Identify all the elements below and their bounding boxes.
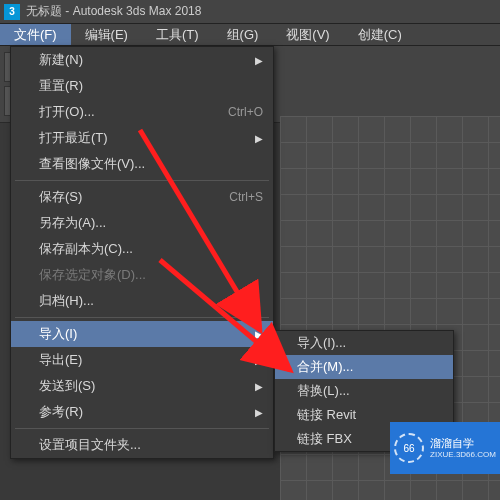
menu-item-label: 导出(E) [39,351,82,369]
menu-item-label: 打开(O)... [39,103,95,121]
chevron-right-icon: ▶ [255,355,263,366]
menu-edit[interactable]: 编辑(E) [71,24,142,45]
menu-item-label: 合并(M)... [297,358,353,376]
menu-item-label: 链接 Revit [297,406,356,424]
menu-item-reference[interactable]: 参考(R)▶ [11,399,273,425]
app-icon: 3 [4,4,20,20]
window-title: 无标题 - Autodesk 3ds Max 2018 [26,3,201,20]
menu-item-label: 链接 FBX [297,430,352,448]
shortcut-text: Ctrl+S [229,190,263,204]
submenu-item-import[interactable]: 导入(I)... [275,331,453,355]
menu-item-save-selected: 保存选定对象(D)... [11,262,273,288]
menu-group[interactable]: 组(G) [213,24,273,45]
submenu-item-replace[interactable]: 替换(L)... [275,379,453,403]
menu-item-label: 导入(I) [39,325,77,343]
menu-file[interactable]: 文件(F) [0,24,71,45]
menu-item-project-folder[interactable]: 设置项目文件夹... [11,432,273,458]
menu-item-label: 保存(S) [39,188,82,206]
menu-item-save-as[interactable]: 另存为(A)... [11,210,273,236]
menu-item-label: 参考(R) [39,403,83,421]
menu-item-export[interactable]: 导出(E)▶ [11,347,273,373]
watermark-url: ZIXUE.3D66.COM [430,450,496,460]
watermark: 66 溜溜自学 ZIXUE.3D66.COM [390,422,500,474]
menu-item-archive[interactable]: 归档(H)... [11,288,273,314]
title-bar: 3 无标题 - Autodesk 3ds Max 2018 [0,0,500,24]
menu-tools[interactable]: 工具(T) [142,24,213,45]
file-menu-dropdown: 新建(N)▶ 重置(R) 打开(O)...Ctrl+O 打开最近(T)▶ 查看图… [10,46,274,459]
menu-create[interactable]: 创建(C) [344,24,416,45]
menu-item-label: 新建(N) [39,51,83,69]
menu-item-reset[interactable]: 重置(R) [11,73,273,99]
menu-item-label: 查看图像文件(V)... [39,155,145,173]
menu-item-save[interactable]: 保存(S)Ctrl+S [11,184,273,210]
chevron-right-icon: ▶ [255,329,263,340]
menu-separator [15,317,269,318]
menu-item-label: 重置(R) [39,77,83,95]
menu-item-view-image[interactable]: 查看图像文件(V)... [11,151,273,177]
menu-item-label: 打开最近(T) [39,129,108,147]
menu-view[interactable]: 视图(V) [272,24,343,45]
menu-item-open-recent[interactable]: 打开最近(T)▶ [11,125,273,151]
menu-separator [15,180,269,181]
chevron-right-icon: ▶ [255,407,263,418]
menu-item-save-copy[interactable]: 保存副本为(C)... [11,236,273,262]
shortcut-text: Ctrl+O [228,105,263,119]
menu-item-label: 发送到(S) [39,377,95,395]
submenu-item-merge[interactable]: 合并(M)... [275,355,453,379]
menu-item-label: 导入(I)... [297,334,346,352]
menu-bar: 文件(F) 编辑(E) 工具(T) 组(G) 视图(V) 创建(C) [0,24,500,46]
chevron-right-icon: ▶ [255,133,263,144]
watermark-logo-icon: 66 [394,433,424,463]
menu-item-label: 替换(L)... [297,382,350,400]
menu-separator [15,428,269,429]
menu-item-new[interactable]: 新建(N)▶ [11,47,273,73]
menu-item-import[interactable]: 导入(I)▶ [11,321,273,347]
watermark-text: 溜溜自学 ZIXUE.3D66.COM [430,437,496,460]
menu-item-label: 另存为(A)... [39,214,106,232]
menu-item-label: 保存副本为(C)... [39,240,133,258]
menu-item-label: 设置项目文件夹... [39,436,141,454]
menu-item-label: 保存选定对象(D)... [39,266,146,284]
menu-item-send-to[interactable]: 发送到(S)▶ [11,373,273,399]
watermark-brand: 溜溜自学 [430,437,496,450]
chevron-right-icon: ▶ [255,55,263,66]
chevron-right-icon: ▶ [255,381,263,392]
menu-item-label: 归档(H)... [39,292,94,310]
menu-item-open[interactable]: 打开(O)...Ctrl+O [11,99,273,125]
